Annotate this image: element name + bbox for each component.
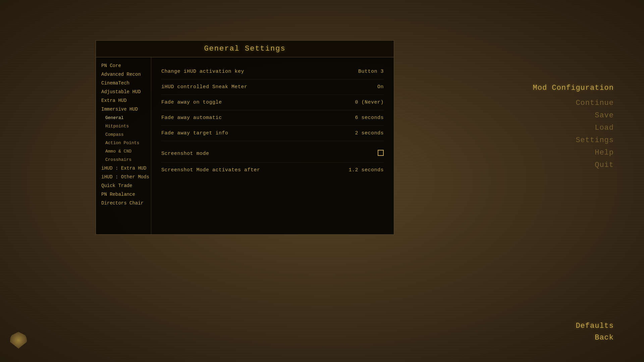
sidebar-item-hitpoints[interactable]: Hitpoints [96, 122, 151, 130]
bottom-right-buttons: Defaults Back [576, 322, 614, 342]
sidebar-item-extra-hud[interactable]: Extra HUD [96, 96, 151, 105]
sidebar-item-action-points[interactable]: Action Points [96, 139, 151, 147]
setting-value-ihud-key: Button 3 [358, 69, 384, 74]
sidebar-item-quick-trade[interactable]: Quick Trade [96, 181, 151, 190]
menu-item-continue[interactable]: Continue [576, 99, 614, 107]
setting-row-fade-toggle[interactable]: Fade away on toggle 0 (Never) [161, 95, 384, 110]
setting-value-screenshot-mode [378, 150, 384, 158]
setting-value-sneak-meter: On [377, 84, 384, 90]
sidebar-item-immersive-hud[interactable]: Immersive HUD [96, 105, 151, 114]
setting-value-fade-toggle: 0 (Never) [355, 100, 384, 105]
setting-row-screenshot-mode[interactable]: Screenshot mode [161, 145, 384, 163]
bottom-left-icon [10, 332, 27, 349]
menu-item-quit[interactable]: Quit [595, 161, 614, 169]
setting-label-screenshot-mode: Screenshot mode [161, 151, 209, 157]
setting-row-sneak-meter[interactable]: iHUD controlled Sneak Meter On [161, 79, 384, 95]
sidebar-item-general[interactable]: General [96, 114, 151, 122]
main-panel: General Settings PN Core Advanced Recon … [96, 40, 394, 235]
defaults-button[interactable]: Defaults [576, 322, 614, 330]
sidebar: PN Core Advanced Recon CinemaTech Adjust… [96, 57, 151, 234]
sidebar-item-directors-chair[interactable]: Directors Chair [96, 199, 151, 207]
sidebar-item-ihud-extra[interactable]: iHUD : Extra HUD [96, 164, 151, 173]
menu-item-load[interactable]: Load [595, 124, 614, 132]
sidebar-item-compass[interactable]: Compass [96, 130, 151, 139]
menu-item-help[interactable]: Help [595, 148, 614, 157]
right-menu: Mod Configuration Continue Save Load Set… [533, 84, 614, 169]
title-bar: General Settings [96, 40, 394, 57]
sidebar-item-pn-core[interactable]: PN Core [96, 61, 151, 70]
back-button[interactable]: Back [595, 334, 614, 342]
setting-row-screenshot-after[interactable]: Screenshot Mode activates after 1.2 seco… [161, 163, 384, 178]
setting-value-fade-target: 2 seconds [355, 130, 384, 136]
setting-value-screenshot-after: 1.2 seconds [348, 167, 384, 173]
sidebar-item-pn-rebalance[interactable]: PN Rebalance [96, 190, 151, 199]
sidebar-item-ammo-cnd[interactable]: Ammo & CND [96, 147, 151, 156]
setting-label-fade-automatic: Fade away automatic [161, 115, 222, 121]
menu-item-save[interactable]: Save [595, 111, 614, 120]
setting-label-fade-target: Fade away target info [161, 130, 228, 136]
setting-row-fade-target[interactable]: Fade away target info 2 seconds [161, 126, 384, 141]
setting-label-fade-toggle: Fade away on toggle [161, 100, 222, 105]
setting-value-fade-automatic: 6 seconds [355, 115, 384, 121]
mod-config-title: Mod Configuration [533, 84, 614, 92]
settings-panel: Change iHUD activation key Button 3 iHUD… [151, 57, 394, 234]
sidebar-item-ihud-other[interactable]: iHUD : Other Mods [96, 173, 151, 181]
content-area: PN Core Advanced Recon CinemaTech Adjust… [96, 57, 394, 235]
setting-label-screenshot-after: Screenshot Mode activates after [161, 167, 260, 173]
setting-row-ihud-key[interactable]: Change iHUD activation key Button 3 [161, 64, 384, 79]
screenshot-mode-checkbox[interactable] [378, 150, 384, 156]
setting-label-ihud-key: Change iHUD activation key [161, 69, 244, 74]
setting-spacer [161, 141, 384, 145]
sidebar-item-adjustable-hud[interactable]: Adjustable HUD [96, 87, 151, 96]
sidebar-item-cinematech[interactable]: CinemaTech [96, 79, 151, 87]
sidebar-item-crosshairs[interactable]: Crosshairs [96, 156, 151, 164]
setting-row-fade-automatic[interactable]: Fade away automatic 6 seconds [161, 110, 384, 126]
menu-item-settings[interactable]: Settings [576, 136, 614, 144]
shield-icon [10, 332, 27, 349]
page-title: General Settings [103, 45, 387, 53]
sidebar-item-advanced-recon[interactable]: Advanced Recon [96, 70, 151, 79]
setting-label-sneak-meter: iHUD controlled Sneak Meter [161, 84, 248, 90]
